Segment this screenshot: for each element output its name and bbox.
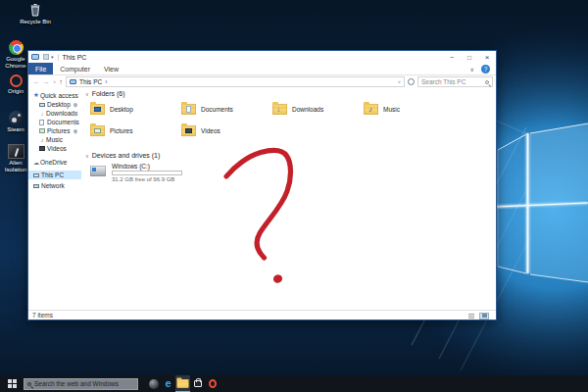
sidebar-item-onedrive[interactable]: ☁ OneDrive xyxy=(28,158,81,167)
large-icons-view-button[interactable] xyxy=(479,313,489,319)
start-button[interactable] xyxy=(0,375,24,392)
pin-icon xyxy=(73,102,78,108)
refresh-icon[interactable] xyxy=(408,78,415,85)
recycle-bin-icon xyxy=(27,2,43,18)
sidebar-item-label: Desktop xyxy=(47,101,71,108)
videos-folder-icon xyxy=(181,125,196,136)
taskbar-app-file-explorer[interactable] xyxy=(175,375,190,392)
group-header-devices: ∨ Devices and drives (1) xyxy=(85,152,495,159)
taskbar-search[interactable]: Search the web and Windows xyxy=(24,378,138,390)
items-count: 7 items xyxy=(32,312,53,318)
sidebar-item-this-pc[interactable]: This PC xyxy=(28,171,81,179)
folder-label: Videos xyxy=(201,127,220,134)
search-input[interactable]: Search This PC xyxy=(417,76,493,87)
ribbon-expand-icon[interactable]: ∨ xyxy=(470,66,474,73)
taskbar-app-round[interactable] xyxy=(146,375,161,392)
star-icon: ★ xyxy=(32,92,40,99)
sidebar-item-downloads[interactable]: ↓ Downloads xyxy=(28,109,81,118)
downloads-folder-icon: ↓ xyxy=(272,104,287,115)
location-text: This PC xyxy=(79,78,102,85)
group-header-folders: ∨ Folders (6) xyxy=(85,90,495,97)
sidebar-item-music[interactable]: ♪ Music xyxy=(28,135,81,144)
navigation-pane: ★ Quick access Desktop ↓ Downloads Docum… xyxy=(28,88,81,312)
desktop-icon-recycle-bin[interactable]: Recycle Bin xyxy=(18,2,53,25)
sidebar-item-documents[interactable]: Documents xyxy=(28,118,81,126)
up-button[interactable]: ↑ xyxy=(59,78,63,86)
tab-file[interactable]: File xyxy=(28,63,53,74)
folder-tile-desktop[interactable]: Desktop xyxy=(90,101,181,117)
taskbar-app-edge[interactable]: e xyxy=(161,375,175,392)
maximize-button[interactable]: □ xyxy=(461,51,478,63)
explorer-window: ▾ This PC − □ × File Computer View ∨ ? ←… xyxy=(27,50,497,320)
desktop-icon-small xyxy=(39,103,45,107)
folder-label: Desktop xyxy=(110,106,133,113)
folder-tile-downloads[interactable]: ↓ Downloads xyxy=(272,101,364,117)
folder-label: Documents xyxy=(201,106,233,113)
search-icon xyxy=(27,382,31,386)
folder-tile-pictures[interactable]: Pictures xyxy=(90,122,181,138)
collapse-chevron-icon[interactable]: ∨ xyxy=(85,153,89,159)
group-title: Folders (6) xyxy=(92,90,125,97)
address-dropdown-icon[interactable]: ∨ xyxy=(398,79,401,84)
sidebar-item-label: Pictures xyxy=(47,127,70,134)
folders-grid: Desktop Documents ↓ Downloads ♪ Music Pi… xyxy=(90,101,495,144)
taskbar-apps: e xyxy=(146,375,220,392)
tab-view[interactable]: View xyxy=(97,63,125,74)
sidebar-item-quick-access[interactable]: ★ Quick access xyxy=(28,91,81,100)
address-toolbar: ← → ∨ ↑ This PC › ∨ Search This PC xyxy=(28,75,496,88)
folder-tile-videos[interactable]: Videos xyxy=(181,122,272,138)
taskbar-search-placeholder: Search the web and Windows xyxy=(34,380,119,387)
details-view-button[interactable] xyxy=(466,313,476,319)
close-button[interactable]: × xyxy=(478,51,496,63)
back-button[interactable]: ← xyxy=(32,78,40,86)
sidebar-item-label: Quick access xyxy=(40,92,78,99)
pictures-folder-icon xyxy=(90,125,105,136)
documents-folder-icon xyxy=(181,104,196,115)
location-this-pc-icon xyxy=(70,79,76,84)
computer-icon xyxy=(33,173,39,177)
help-icon[interactable]: ? xyxy=(481,65,490,74)
desktop: Recycle Bin Google Chrome Origin Steam A… xyxy=(0,0,588,392)
folder-label: Music xyxy=(383,106,400,113)
address-bar[interactable]: This PC › ∨ xyxy=(66,76,405,87)
qat-dropdown-icon[interactable]: ▾ xyxy=(51,54,54,60)
quick-access-toolbar-icon[interactable] xyxy=(43,54,49,60)
chrome-icon xyxy=(9,40,24,55)
download-arrow-icon: ↓ xyxy=(38,111,46,117)
sidebar-item-label: Videos xyxy=(47,145,67,152)
desktop-folder-icon xyxy=(90,104,105,115)
drive-usage-bar xyxy=(112,171,182,175)
sidebar-item-videos[interactable]: Videos xyxy=(28,144,81,153)
folder-tile-music[interactable]: ♪ Music xyxy=(364,101,455,117)
round-app-icon xyxy=(149,379,159,389)
minimize-button[interactable]: − xyxy=(443,51,461,63)
search-icon xyxy=(485,80,489,84)
forward-button[interactable]: → xyxy=(43,78,51,86)
sidebar-item-pictures[interactable]: Pictures xyxy=(28,126,81,135)
collapse-chevron-icon[interactable]: ∨ xyxy=(85,91,89,97)
this-pc-window-icon xyxy=(31,54,39,60)
sidebar-item-label: OneDrive xyxy=(40,159,67,166)
desktop-icon-label: Recycle Bin xyxy=(20,19,51,25)
music-note-icon: ♪ xyxy=(38,137,46,143)
file-explorer-icon xyxy=(177,379,189,388)
picture-icon xyxy=(39,128,45,133)
desktop-icon-label: Origin xyxy=(8,88,24,95)
windows-logo-icon xyxy=(8,379,17,388)
status-bar: 7 items xyxy=(28,310,496,319)
group-title: Devices and drives (1) xyxy=(92,152,161,159)
sidebar-item-network[interactable]: Network xyxy=(28,181,81,190)
folder-tile-documents[interactable]: Documents xyxy=(181,101,272,117)
taskbar-app-opera[interactable] xyxy=(205,375,220,392)
opera-icon xyxy=(209,379,217,388)
cloud-icon: ☁ xyxy=(32,160,40,166)
network-icon xyxy=(33,184,39,188)
recent-locations-dropdown-icon[interactable]: ∨ xyxy=(53,79,56,84)
sidebar-item-label: This PC xyxy=(41,172,64,178)
drive-tile-windows-c[interactable]: Windows (C:) 31.2 GB free of 96.9 GB xyxy=(90,163,495,182)
titlebar-separator xyxy=(58,54,59,61)
sidebar-item-desktop[interactable]: Desktop xyxy=(28,100,81,109)
origin-icon xyxy=(10,74,23,87)
taskbar-app-store[interactable] xyxy=(190,375,205,392)
tab-computer[interactable]: Computer xyxy=(53,63,97,74)
